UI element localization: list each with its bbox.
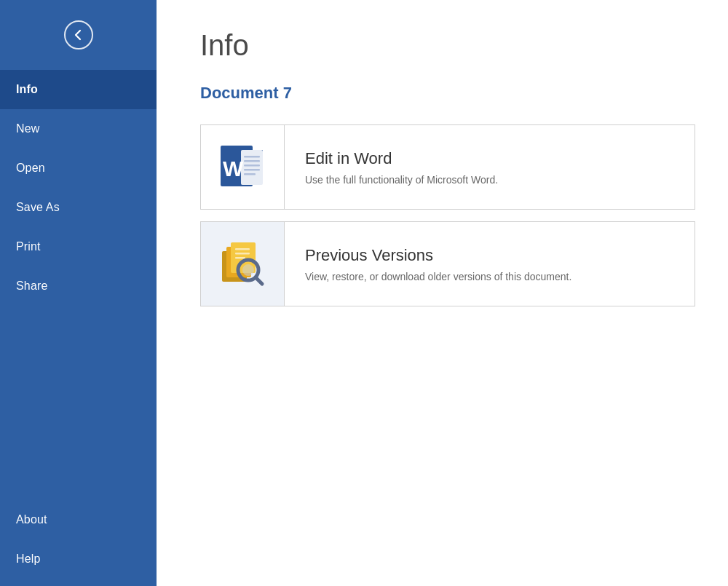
sidebar-item-new[interactable]: New (0, 109, 157, 149)
svg-point-16 (242, 264, 254, 276)
previous-versions-desc: View, restore, or download older version… (305, 271, 571, 282)
word-icon-container: W (201, 125, 285, 209)
previous-versions-icon-container (201, 222, 285, 306)
main-content: Info Document 7 W Edit in Word Use (157, 0, 728, 586)
sidebar-item-info[interactable]: Info (0, 70, 157, 109)
edit-in-word-desc: Use the full functionality of Microsoft … (305, 174, 498, 186)
sidebar-item-open[interactable]: Open (0, 149, 157, 188)
svg-rect-7 (244, 173, 256, 175)
page-title: Info (200, 29, 684, 62)
edit-in-word-title: Edit in Word (305, 149, 498, 168)
previous-versions-icon (216, 238, 269, 290)
sidebar-item-about[interactable]: About (0, 500, 157, 539)
svg-rect-5 (244, 165, 260, 167)
sidebar-item-help[interactable]: Help (0, 539, 157, 579)
svg-rect-4 (244, 160, 260, 162)
back-circle-icon (64, 20, 93, 50)
edit-in-word-text: Edit in Word Use the full functionality … (285, 135, 518, 200)
sidebar: Info New Open Save As Print Share About … (0, 0, 157, 586)
svg-rect-2 (241, 150, 263, 185)
previous-versions-text: Previous Versions View, restore, or down… (285, 231, 592, 297)
svg-rect-14 (235, 257, 245, 259)
sidebar-item-share[interactable]: Share (0, 266, 157, 306)
back-button[interactable] (0, 0, 157, 70)
sidebar-spacer (0, 306, 157, 500)
sidebar-item-print[interactable]: Print (0, 227, 157, 266)
previous-versions-card[interactable]: Previous Versions View, restore, or down… (200, 221, 695, 306)
svg-text:W: W (223, 157, 244, 181)
edit-in-word-card[interactable]: W Edit in Word Use the full functionalit… (200, 124, 695, 210)
sidebar-item-saveas[interactable]: Save As (0, 188, 157, 227)
sidebar-nav: Info New Open Save As Print Share (0, 70, 157, 306)
previous-versions-title: Previous Versions (305, 246, 571, 265)
svg-line-17 (256, 277, 262, 284)
svg-rect-6 (244, 169, 260, 171)
word-icon: W (218, 143, 267, 192)
svg-rect-3 (244, 156, 260, 158)
document-title: Document 7 (200, 84, 684, 103)
svg-rect-12 (235, 248, 250, 250)
sidebar-bottom: About Help (0, 500, 157, 579)
svg-rect-13 (235, 253, 250, 255)
